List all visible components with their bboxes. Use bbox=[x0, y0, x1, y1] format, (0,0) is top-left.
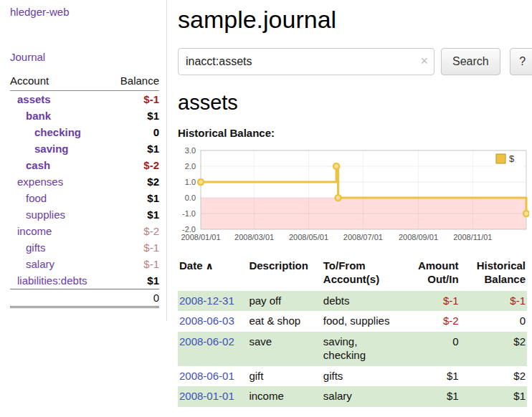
svg-text:2008/01/01: 2008/01/01 bbox=[181, 233, 220, 241]
account-row: bank$1 bbox=[10, 107, 159, 124]
register-amount-cell: $1 bbox=[402, 366, 460, 387]
svg-text:2008/03/01: 2008/03/01 bbox=[234, 233, 274, 241]
account-link-saving[interactable]: saving bbox=[34, 143, 69, 155]
register-description-cell: eat & shop bbox=[247, 311, 321, 332]
account-balance: $1 bbox=[109, 272, 159, 289]
search-button[interactable]: Search bbox=[441, 48, 500, 75]
register-col-date[interactable]: Date ∧ bbox=[178, 258, 247, 291]
register-col-accounts: To/FromAccount(s) bbox=[322, 258, 402, 291]
clear-search-icon[interactable]: × bbox=[420, 54, 428, 67]
sidebar-item-journal[interactable]: Journal bbox=[10, 51, 159, 63]
account-balance: $-1 bbox=[109, 256, 159, 272]
account-link-cash[interactable]: cash bbox=[26, 159, 50, 171]
transaction-date-link[interactable]: 2008-06-03 bbox=[179, 315, 234, 327]
account-link-bank[interactable]: bank bbox=[26, 110, 51, 122]
register-col-amount: AmountOut/In bbox=[402, 258, 460, 291]
register-accounts-cell: salary bbox=[322, 386, 402, 407]
accounts-header-account: Account bbox=[10, 73, 109, 91]
register-balance-cell: $2 bbox=[460, 332, 527, 366]
account-link-liabilities-debts[interactable]: liabilities:debts bbox=[17, 274, 87, 287]
search-row: × Search ? bbox=[178, 48, 532, 75]
balance-chart: 3.02.01.00.0-1.0-2.02008/01/012008/03/01… bbox=[178, 145, 532, 246]
account-row: cash$-2 bbox=[10, 157, 159, 173]
account-name-cell: food bbox=[10, 190, 109, 206]
register-row: 2008-06-02savesaving, checking0$2 bbox=[178, 332, 527, 366]
svg-text:-1.0: -1.0 bbox=[182, 209, 196, 218]
search-box: × bbox=[178, 48, 434, 75]
account-link-checking[interactable]: checking bbox=[34, 126, 81, 138]
register-accounts-cell: food, supplies bbox=[322, 311, 402, 332]
chart-title: Historical Balance: bbox=[178, 127, 532, 139]
transaction-date-link[interactable]: 2008-06-01 bbox=[179, 370, 234, 382]
account-row: salary$-1 bbox=[10, 256, 159, 272]
account-balance: $1 bbox=[109, 140, 159, 157]
help-button[interactable]: ? bbox=[510, 48, 532, 75]
register-col-description: Description bbox=[247, 258, 321, 291]
svg-text:$: $ bbox=[509, 153, 515, 164]
account-balance: $-1 bbox=[109, 239, 159, 256]
account-name-cell: saving bbox=[10, 140, 109, 157]
svg-text:3.0: 3.0 bbox=[185, 146, 196, 155]
accounts-total-spacer bbox=[10, 289, 109, 307]
register-amount-cell: $1 bbox=[402, 386, 460, 407]
app-title-link[interactable]: hledger-web bbox=[10, 6, 159, 18]
account-link-food[interactable]: food bbox=[26, 192, 47, 204]
account-link-expenses[interactable]: expenses bbox=[17, 176, 63, 188]
sort-ascending-icon: ∧ bbox=[203, 260, 214, 272]
search-input[interactable] bbox=[178, 48, 434, 75]
register-date-cell: 2008-06-03 bbox=[178, 311, 247, 332]
account-row: income$-2 bbox=[10, 223, 159, 239]
register-date-cell: 2008-12-31 bbox=[178, 291, 247, 312]
account-row: gifts$-1 bbox=[10, 239, 159, 256]
register-amount-cell: $-1 bbox=[402, 291, 460, 312]
account-balance: $1 bbox=[109, 206, 159, 223]
register-col-balance: HistoricalBalance bbox=[460, 258, 527, 291]
account-name-cell: bank bbox=[10, 107, 109, 124]
account-name-cell: checking bbox=[10, 124, 109, 140]
account-link-assets[interactable]: assets bbox=[17, 93, 51, 105]
page-title: sample.journal bbox=[178, 6, 532, 34]
register-balance-cell: $1 bbox=[460, 386, 527, 407]
account-link-salary[interactable]: salary bbox=[26, 258, 54, 270]
svg-text:2008/09/01: 2008/09/01 bbox=[399, 233, 438, 241]
svg-text:2008/11/01: 2008/11/01 bbox=[453, 233, 492, 241]
svg-text:1.0: 1.0 bbox=[185, 178, 196, 186]
register-description-cell: income bbox=[247, 386, 321, 407]
account-name-cell: assets bbox=[10, 91, 109, 108]
register-accounts-cell: saving, checking bbox=[322, 332, 402, 366]
account-row: supplies$1 bbox=[10, 206, 159, 223]
account-name-cell: expenses bbox=[10, 173, 109, 190]
account-link-gifts[interactable]: gifts bbox=[26, 241, 46, 254]
account-balance: $-2 bbox=[109, 157, 159, 173]
account-row: liabilities:debts$1 bbox=[10, 272, 159, 289]
main-content: sample.journal × Search ? assets Histori… bbox=[167, 0, 532, 407]
register-accounts-cell: debts bbox=[322, 291, 402, 312]
account-row: expenses$2 bbox=[10, 173, 159, 190]
register-date-cell: 2008-06-02 bbox=[178, 332, 247, 366]
register-accounts-cell: gifts bbox=[322, 366, 402, 387]
transaction-date-link[interactable]: 2008-12-31 bbox=[179, 294, 234, 307]
transaction-date-link[interactable]: 2008-01-01 bbox=[179, 390, 234, 402]
account-row: food$1 bbox=[10, 190, 159, 206]
accounts-total-value: 0 bbox=[109, 289, 159, 307]
account-heading: assets bbox=[178, 91, 532, 115]
account-balance: $-2 bbox=[109, 223, 159, 239]
register-row: 2008-06-01giftgifts$1$2 bbox=[178, 366, 527, 387]
account-link-supplies[interactable]: supplies bbox=[26, 208, 65, 221]
register-header-row: Date ∧DescriptionTo/FromAccount(s)Amount… bbox=[178, 258, 527, 291]
register-amount-cell: $-2 bbox=[402, 311, 460, 332]
account-row: checking0 bbox=[10, 124, 159, 140]
register-date-cell: 2008-06-01 bbox=[178, 366, 247, 387]
transaction-date-link[interactable]: 2008-06-02 bbox=[179, 335, 234, 348]
balance-chart-svg: 3.02.01.00.0-1.0-2.02008/01/012008/03/01… bbox=[178, 145, 529, 246]
account-name-cell: cash bbox=[10, 157, 109, 173]
register-description-cell: gift bbox=[247, 366, 321, 387]
account-name-cell: supplies bbox=[10, 206, 109, 223]
svg-text:0.0: 0.0 bbox=[185, 193, 196, 202]
page: hledger-web Journal Account Balance asse… bbox=[0, 0, 532, 407]
account-row: assets$-1 bbox=[10, 91, 159, 108]
register-balance-cell: $2 bbox=[460, 366, 527, 387]
accounts-total-row: 0 bbox=[10, 289, 159, 307]
register-date-cell: 2008-01-01 bbox=[178, 386, 247, 407]
account-link-income[interactable]: income bbox=[17, 225, 52, 237]
